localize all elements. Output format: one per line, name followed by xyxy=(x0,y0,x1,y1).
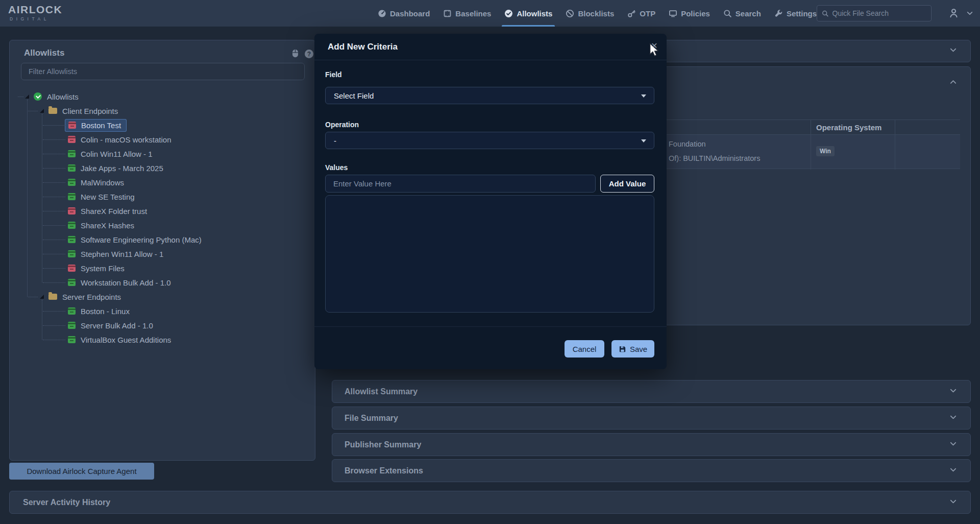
column-header-operating-system: Operating System xyxy=(816,123,881,132)
values-label: Values xyxy=(325,163,348,172)
gauge-icon xyxy=(378,9,386,18)
tree-item[interactable]: Stephen Win11 Allow - 1 xyxy=(10,247,314,261)
tree-label: Stephen Win11 Allow - 1 xyxy=(81,250,163,258)
tree-item[interactable]: Colin - macOS workstation xyxy=(10,132,314,147)
folder-icon xyxy=(48,294,57,300)
os-badge: Win xyxy=(816,146,835,156)
tree-item[interactable]: VirtualBox Guest Additions xyxy=(10,332,314,347)
tree-label: Boston - Linux xyxy=(81,307,130,316)
field-label: Field xyxy=(325,70,342,79)
chevron-down-icon xyxy=(949,46,957,56)
values-list-box[interactable] xyxy=(325,195,654,313)
expander-icon[interactable] xyxy=(25,94,29,99)
accordion-file-summary[interactable]: File Summary xyxy=(332,407,971,430)
operation-select-value: - xyxy=(334,136,336,145)
tree-item[interactable]: Boston - Linux xyxy=(10,304,314,318)
search-icon xyxy=(822,10,829,17)
allowlist-box-icon xyxy=(68,122,76,129)
field-select-value: Select Field xyxy=(334,91,374,100)
tree-item[interactable]: MalWindows xyxy=(10,175,314,189)
accordion-allowlist-summary[interactable]: Allowlist Summary xyxy=(332,380,971,403)
allowlist-box-icon xyxy=(68,322,76,329)
tree-item[interactable]: New SE Testing xyxy=(10,189,314,204)
nav-label: Dashboard xyxy=(390,9,430,18)
allowlist-box-icon xyxy=(68,136,76,143)
monitor-icon xyxy=(669,9,677,18)
chevron-down-icon[interactable] xyxy=(966,10,973,17)
tree-item[interactable]: Colin Win11 Allow - 1 xyxy=(10,147,314,161)
tree-label: Allowlists xyxy=(47,92,79,101)
tree-root-allowlists[interactable]: Allowlists xyxy=(10,89,314,104)
quick-file-search xyxy=(817,5,932,21)
user-area xyxy=(948,8,973,18)
save-button[interactable]: Save xyxy=(611,340,654,358)
box-icon xyxy=(443,9,452,18)
quick-file-search-input[interactable] xyxy=(832,9,927,17)
download-capture-agent-button[interactable]: Download Airlock Capture Agent xyxy=(9,463,154,480)
tree-item[interactable]: Server Bulk Add - 1.0 xyxy=(10,318,314,332)
allowlist-box-icon xyxy=(68,179,76,186)
airlock-logo[interactable]: AIRLOCK DIGITAL xyxy=(8,4,62,21)
chevron-up-icon[interactable] xyxy=(949,78,957,88)
nav-item-allowlists[interactable]: Allowlists xyxy=(504,0,552,27)
nav-label: Search xyxy=(736,9,761,18)
tree-item[interactable]: Boston Test xyxy=(10,118,314,132)
help-icon[interactable]: ? xyxy=(305,50,313,58)
nav-item-policies[interactable]: Policies xyxy=(669,0,710,27)
nav-item-dashboard[interactable]: Dashboard xyxy=(378,0,430,27)
tree-item[interactable]: ShareX Folder trust xyxy=(10,204,314,218)
tree-item[interactable]: System Files xyxy=(10,261,314,275)
value-input[interactable] xyxy=(325,175,596,193)
allowlist-box-icon xyxy=(68,265,76,272)
caret-down-icon xyxy=(641,94,646,98)
close-icon[interactable]: × xyxy=(651,39,657,52)
allowlist-box-icon xyxy=(68,222,76,229)
tree-label: VirtualBox Guest Additions xyxy=(81,336,171,344)
tree-label: Workstation Bulk Add - 1.0 xyxy=(81,278,170,287)
accordion-server-activity-history[interactable]: Server Activity History xyxy=(9,491,971,514)
check-circle-icon xyxy=(504,9,513,18)
nav-label: Allowlists xyxy=(517,9,552,18)
allowlist-box-icon xyxy=(68,236,76,243)
nav-item-otp[interactable]: OTP xyxy=(627,0,655,27)
logo-secondary-text: DIGITAL xyxy=(8,16,62,21)
accordion-browser-extensions[interactable]: Browser Extensions xyxy=(332,459,971,482)
chevron-down-icon xyxy=(949,440,957,449)
tree-label: Jake Apps - March 2025 xyxy=(81,164,163,173)
add-new-criteria-dialog: Add New Criteria × Field Select Field Op… xyxy=(314,34,667,369)
filter-allowlists-input[interactable] xyxy=(21,63,305,80)
tree-group-server-endpoints[interactable]: Server Endpoints xyxy=(10,290,314,304)
allowlist-box-icon xyxy=(68,307,76,315)
tree-label: System Files xyxy=(81,264,125,273)
logo-primary-text: AIRLOCK xyxy=(8,4,62,16)
user-icon[interactable] xyxy=(948,8,959,18)
operation-select[interactable]: - xyxy=(325,132,654,149)
folder-icon xyxy=(48,108,57,114)
allowlist-box-icon xyxy=(68,150,76,157)
allowlist-box-icon xyxy=(68,164,76,172)
add-value-button[interactable]: Add Value xyxy=(600,175,654,193)
cancel-button[interactable]: Cancel xyxy=(565,340,604,358)
caret-down-icon xyxy=(641,139,646,142)
field-select[interactable]: Select Field xyxy=(325,87,654,104)
expander-icon[interactable] xyxy=(40,109,44,113)
nav-item-settings[interactable]: Settings xyxy=(774,0,817,27)
tree-item[interactable]: Software Engineering Python (Mac) xyxy=(10,232,314,247)
tree-label: ShareX Hashes xyxy=(81,221,134,230)
wrench-icon xyxy=(774,9,783,18)
mouse-hint-icon[interactable] xyxy=(292,49,299,60)
nav-item-search[interactable]: Search xyxy=(723,0,761,27)
tree-label: Boston Test xyxy=(81,121,121,130)
expander-icon[interactable] xyxy=(40,295,44,299)
tree-item[interactable]: Jake Apps - March 2025 xyxy=(10,161,314,175)
tree-group-client-endpoints[interactable]: Client Endpoints xyxy=(10,104,314,118)
nav-item-blocklists[interactable]: Blocklists xyxy=(566,0,614,27)
table-cell-text: Foundation xyxy=(669,140,706,148)
selected-item-highlight: Boston Test xyxy=(65,119,127,132)
check-circle-icon xyxy=(34,92,42,101)
tree-label: New SE Testing xyxy=(81,193,135,201)
tree-item[interactable]: ShareX Hashes xyxy=(10,218,314,232)
nav-item-baselines[interactable]: Baselines xyxy=(443,0,491,27)
accordion-publisher-summary[interactable]: Publisher Summary xyxy=(332,433,971,456)
tree-item[interactable]: Workstation Bulk Add - 1.0 xyxy=(10,275,314,290)
